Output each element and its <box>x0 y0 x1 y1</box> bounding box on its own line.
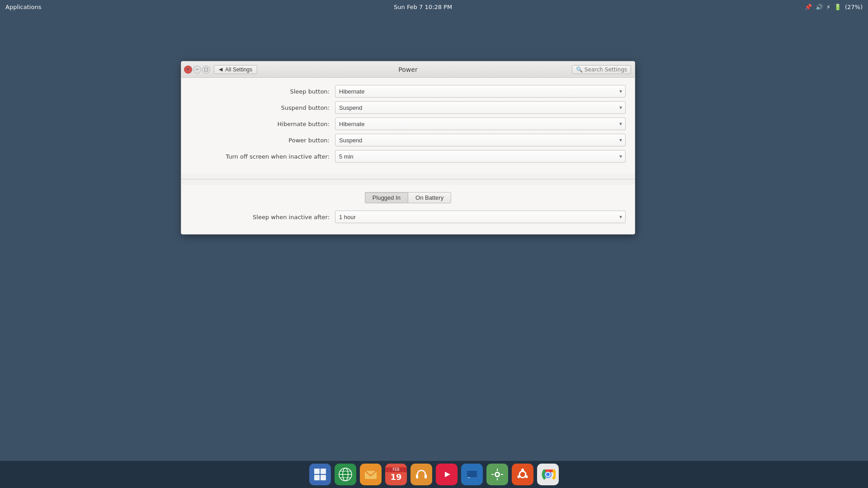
sleep-button-select-wrapper: Hibernate Suspend Nothing <box>335 85 626 98</box>
window-controls: ✕ ─ □ <box>181 66 210 74</box>
turn-off-screen-select-wrapper: 5 min 1 min 2 min 3 min 10 min Never <box>335 150 626 163</box>
svg-rect-0 <box>314 469 320 474</box>
minimize-button[interactable]: ─ <box>193 66 201 74</box>
power-button-row: Power button: Suspend Hibernate Nothing <box>190 134 626 146</box>
pin-icon: 📌 <box>805 4 812 10</box>
battery-icon: 🔋 <box>834 4 841 10</box>
sleep-inactive-row: Sleep when inactive after: 1 hour 30 min… <box>190 211 626 223</box>
sleep-inactive-select[interactable]: 1 hour 30 min 2 hours Never <box>335 211 626 223</box>
svg-rect-17 <box>467 471 477 477</box>
bluetooth-icon: ⚡ <box>826 4 830 10</box>
search-settings-field[interactable]: 🔍 Search Settings <box>572 65 631 74</box>
power-settings-content: Sleep button: Hibernate Suspend Nothing … <box>181 78 635 174</box>
hibernate-button-row: Hibernate button: Hibernate Suspend Noth… <box>190 117 626 130</box>
dock-icon-remote[interactable] <box>461 464 483 485</box>
audio-icon: 🔊 <box>816 4 823 10</box>
dock-icon-mail[interactable] <box>360 464 382 485</box>
svg-point-29 <box>525 475 528 478</box>
taskbar: FEB 19 <box>0 461 868 488</box>
svg-point-28 <box>521 469 524 471</box>
sleep-inactive-label: Sleep when inactive after: <box>190 214 335 221</box>
plugged-in-tab[interactable]: Plugged In <box>365 192 408 203</box>
hibernate-button-select-wrapper: Hibernate Suspend Nothing <box>335 117 626 130</box>
dock-icon-browser[interactable] <box>335 464 356 485</box>
dock-icon-chromium[interactable] <box>537 464 559 485</box>
section-divider <box>181 179 635 179</box>
power-button-select-wrapper: Suspend Hibernate Nothing <box>335 134 626 146</box>
dock-icon-mosaic[interactable] <box>309 464 331 485</box>
dock-icon-media[interactable] <box>436 464 458 485</box>
svg-rect-18 <box>468 477 470 478</box>
datetime: Sun Feb 7 10:28 PM <box>394 4 452 10</box>
hibernate-button-label: Hibernate button: <box>190 121 335 127</box>
svg-rect-3 <box>321 475 326 480</box>
battery-percent: (27%) <box>845 4 863 10</box>
sleep-inactive-select-wrapper: 1 hour 30 min 2 hours Never <box>335 211 626 223</box>
close-button[interactable]: ✕ <box>184 66 192 74</box>
svg-rect-1 <box>321 469 326 474</box>
svg-point-11 <box>415 468 428 481</box>
turn-off-screen-select[interactable]: 5 min 1 min 2 min 3 min 10 min Never <box>335 150 626 163</box>
battery-tabs: Plugged In On Battery <box>190 192 626 203</box>
desktop: ✕ ─ □ ◀ All Settings Power 🔍 Search Sett… <box>0 14 868 461</box>
dock-icon-headphones[interactable] <box>410 464 432 485</box>
svg-rect-23 <box>497 478 498 480</box>
suspend-button-label: Suspend button: <box>190 104 335 111</box>
battery-section: Plugged In On Battery Sleep when inactiv… <box>181 185 635 234</box>
window-title: Power <box>398 66 417 73</box>
dock-icon-calendar[interactable]: FEB 19 <box>385 464 407 485</box>
suspend-button-select-wrapper: Suspend Hibernate Nothing <box>335 101 626 114</box>
topbar: Applications Sun Feb 7 10:28 PM 📌 🔊 ⚡ 🔋 … <box>0 0 868 14</box>
svg-rect-13 <box>425 474 427 479</box>
suspend-button-select[interactable]: Suspend Hibernate Nothing <box>335 101 626 114</box>
settings-window: ✕ ─ □ ◀ All Settings Power 🔍 Search Sett… <box>181 61 635 235</box>
turn-off-screen-label: Turn off screen when inactive after: <box>190 153 335 160</box>
svg-rect-25 <box>501 474 503 475</box>
system-tray: 📌 🔊 ⚡ 🔋 (27%) <box>805 4 863 10</box>
back-arrow-icon: ◀ <box>219 66 222 72</box>
svg-rect-2 <box>314 475 320 480</box>
titlebar: ✕ ─ □ ◀ All Settings Power 🔍 Search Sett… <box>181 61 635 78</box>
svg-rect-12 <box>416 474 418 479</box>
power-button-select[interactable]: Suspend Hibernate Nothing <box>335 134 626 146</box>
dock-icon-app-settings[interactable] <box>486 464 508 485</box>
turn-off-screen-row: Turn off screen when inactive after: 5 m… <box>190 150 626 163</box>
sleep-button-row: Sleep button: Hibernate Suspend Nothing <box>190 85 626 98</box>
suspend-button-row: Suspend button: Suspend Hibernate Nothin… <box>190 101 626 114</box>
power-button-label: Power button: <box>190 137 335 144</box>
search-icon: 🔍 <box>576 66 583 73</box>
maximize-button[interactable]: □ <box>202 66 210 74</box>
on-battery-tab[interactable]: On Battery <box>408 192 451 203</box>
svg-point-30 <box>517 475 520 478</box>
sleep-button-select[interactable]: Hibernate Suspend Nothing <box>335 85 626 98</box>
svg-rect-22 <box>497 469 498 471</box>
svg-point-34 <box>546 473 550 476</box>
svg-point-21 <box>496 473 499 476</box>
svg-rect-24 <box>491 474 494 475</box>
all-settings-button[interactable]: ◀ All Settings <box>214 65 257 74</box>
hibernate-button-select[interactable]: Hibernate Suspend Nothing <box>335 117 626 130</box>
dock-icon-ubuntu-software[interactable] <box>512 464 533 485</box>
sleep-button-label: Sleep button: <box>190 88 335 95</box>
apps-menu[interactable]: Applications <box>5 4 41 10</box>
